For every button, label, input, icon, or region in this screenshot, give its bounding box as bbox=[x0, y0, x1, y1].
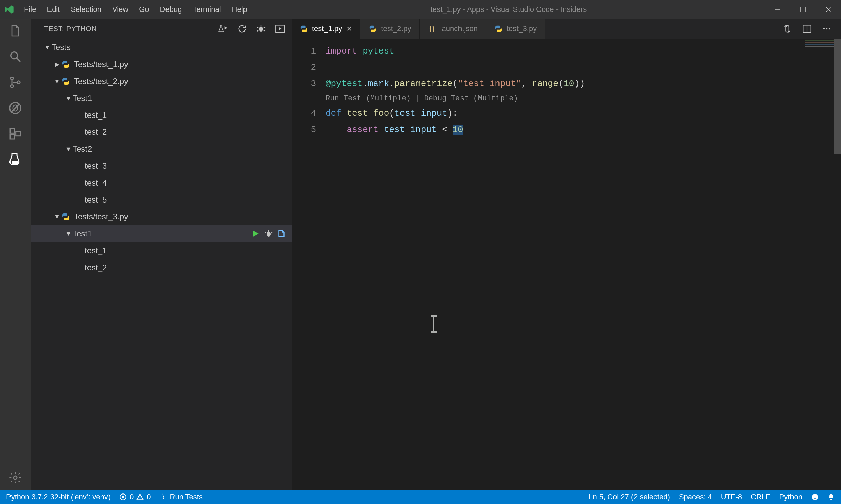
tree-test[interactable]: test_2 bbox=[31, 124, 292, 141]
window-controls bbox=[765, 0, 841, 19]
debug-test-icon[interactable] bbox=[264, 230, 273, 238]
vscode-logo-icon bbox=[0, 5, 19, 14]
svg-line-21 bbox=[257, 31, 258, 31]
status-problems[interactable]: 0 0 bbox=[119, 492, 151, 501]
status-run-tests[interactable]: Run Tests bbox=[160, 492, 203, 501]
title-bar: File Edit Selection View Go Debug Termin… bbox=[0, 0, 841, 19]
chevron-down-icon[interactable]: ▼ bbox=[65, 146, 72, 153]
test-explorer-icon[interactable] bbox=[7, 151, 23, 168]
vertical-scrollbar[interactable] bbox=[834, 39, 841, 490]
show-output-icon[interactable] bbox=[275, 24, 285, 34]
tree-label: Tests/test_3.py bbox=[74, 212, 128, 221]
test-sidebar: TEST: PYTHON ▼ Tests bbox=[31, 19, 292, 490]
status-python-interpreter[interactable]: Python 3.7.2 32-bit ('env': venv) bbox=[6, 492, 110, 501]
python-file-icon bbox=[61, 60, 70, 69]
run-test-icon[interactable] bbox=[252, 230, 260, 238]
tree-label: test_1 bbox=[85, 110, 107, 120]
chevron-down-icon[interactable]: ▼ bbox=[44, 44, 52, 51]
run-failed-tests-icon[interactable] bbox=[218, 24, 228, 34]
status-eol[interactable]: CRLF bbox=[751, 492, 770, 501]
svg-line-19 bbox=[257, 27, 258, 28]
svg-marker-25 bbox=[253, 231, 259, 237]
tree-label: Test1 bbox=[72, 229, 92, 238]
tree-file[interactable]: ▼ Tests/test_3.py bbox=[31, 208, 292, 225]
svg-marker-24 bbox=[279, 27, 282, 30]
tree-test[interactable]: test_3 bbox=[31, 158, 292, 175]
tree-suite[interactable]: ▼ Test2 bbox=[31, 141, 292, 158]
minimize-button[interactable] bbox=[765, 0, 790, 19]
menu-view[interactable]: View bbox=[107, 0, 134, 19]
line-number: 5 bbox=[292, 122, 316, 138]
editor-body[interactable]: 1 2 3 4 5 import pytest @pytest.mark.par… bbox=[292, 39, 841, 490]
settings-gear-icon[interactable] bbox=[7, 469, 23, 486]
menu-selection[interactable]: Selection bbox=[65, 0, 107, 19]
tree-test[interactable]: test_1 bbox=[31, 242, 292, 259]
extensions-icon[interactable] bbox=[7, 126, 23, 142]
explorer-icon[interactable] bbox=[7, 23, 23, 39]
menu-file[interactable]: File bbox=[19, 0, 41, 19]
menu-edit[interactable]: Edit bbox=[41, 0, 65, 19]
tab-launch-json[interactable]: {} launch.json bbox=[420, 19, 486, 39]
maximize-button[interactable] bbox=[790, 0, 816, 19]
svg-point-34 bbox=[829, 28, 830, 30]
line-number: 3 bbox=[292, 75, 316, 92]
notifications-bell-icon[interactable] bbox=[827, 493, 835, 501]
tree-root[interactable]: ▼ Tests bbox=[31, 39, 292, 56]
debug-tests-icon[interactable] bbox=[256, 24, 266, 34]
main-menu: File Edit Selection View Go Debug Termin… bbox=[19, 0, 253, 19]
chevron-down-icon[interactable]: ▼ bbox=[53, 78, 61, 85]
status-encoding[interactable]: UTF-8 bbox=[721, 492, 742, 501]
tab-label: test_1.py bbox=[312, 24, 342, 33]
line-number: 1 bbox=[292, 43, 316, 59]
chevron-down-icon[interactable]: ▼ bbox=[65, 95, 72, 102]
tree-suite-selected[interactable]: ▼ Test1 bbox=[31, 225, 292, 242]
svg-line-22 bbox=[264, 31, 265, 31]
more-actions-icon[interactable] bbox=[822, 24, 831, 34]
tree-file[interactable]: ▼ Tests/test_2.py bbox=[31, 73, 292, 90]
chevron-down-icon[interactable]: ▼ bbox=[65, 230, 72, 237]
scrollbar-thumb[interactable] bbox=[834, 39, 841, 154]
tree-test[interactable]: test_4 bbox=[31, 175, 292, 191]
svg-point-42 bbox=[812, 494, 818, 500]
tree-suite[interactable]: ▼ Test1 bbox=[31, 90, 292, 107]
line-number: 2 bbox=[292, 59, 316, 75]
json-file-icon: {} bbox=[428, 25, 436, 33]
debug-disabled-icon[interactable] bbox=[7, 100, 23, 116]
search-icon[interactable] bbox=[7, 49, 23, 65]
code-content[interactable]: import pytest @pytest.mark.parametrize("… bbox=[326, 39, 841, 490]
tab-test-2[interactable]: test_2.py bbox=[360, 19, 419, 39]
menu-terminal[interactable]: Terminal bbox=[187, 0, 226, 19]
test-tree[interactable]: ▼ Tests ▶ Tests/test_1.py ▼ Tests/test_2… bbox=[31, 39, 292, 490]
menu-debug[interactable]: Debug bbox=[155, 0, 188, 19]
compare-changes-icon[interactable] bbox=[783, 24, 792, 34]
tab-test-1[interactable]: test_1.py ✕ bbox=[292, 19, 360, 39]
minimap[interactable] bbox=[805, 40, 836, 54]
status-indentation[interactable]: Spaces: 4 bbox=[679, 492, 712, 501]
refresh-icon[interactable] bbox=[237, 24, 247, 34]
status-language[interactable]: Python bbox=[779, 492, 803, 501]
menu-go[interactable]: Go bbox=[134, 0, 154, 19]
svg-rect-12 bbox=[10, 129, 15, 133]
split-editor-icon[interactable] bbox=[802, 24, 812, 34]
tree-file[interactable]: ▶ Tests/test_1.py bbox=[31, 56, 292, 73]
chevron-right-icon[interactable]: ▶ bbox=[53, 61, 61, 68]
tree-label: test_4 bbox=[85, 178, 107, 188]
tree-test[interactable]: test_1 bbox=[31, 107, 292, 124]
chevron-down-icon[interactable]: ▼ bbox=[53, 213, 61, 220]
close-button[interactable] bbox=[816, 0, 841, 19]
svg-marker-41 bbox=[162, 493, 165, 500]
svg-point-40 bbox=[140, 498, 140, 499]
svg-line-28 bbox=[265, 232, 266, 233]
codelens[interactable]: Run Test (Multiple) | Debug Test (Multip… bbox=[326, 92, 841, 105]
source-control-icon[interactable] bbox=[7, 74, 23, 90]
status-cursor-position[interactable]: Ln 5, Col 27 (2 selected) bbox=[589, 492, 670, 501]
tab-test-3[interactable]: test_3.py bbox=[486, 19, 545, 39]
sidebar-header: TEST: PYTHON bbox=[31, 19, 292, 39]
open-test-file-icon[interactable] bbox=[277, 230, 286, 238]
svg-point-43 bbox=[813, 496, 814, 496]
close-tab-icon[interactable]: ✕ bbox=[346, 25, 352, 33]
tree-test[interactable]: test_5 bbox=[31, 191, 292, 208]
menu-help[interactable]: Help bbox=[226, 0, 253, 19]
feedback-smiley-icon[interactable] bbox=[811, 493, 819, 501]
tree-test[interactable]: test_2 bbox=[31, 259, 292, 276]
